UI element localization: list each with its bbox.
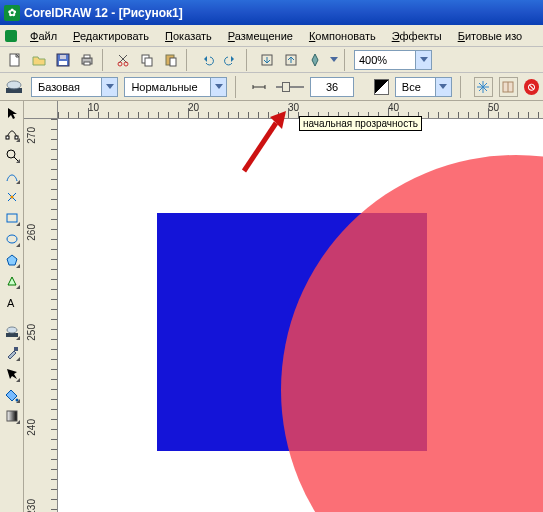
svg-rect-28 (14, 347, 18, 351)
transparency-type-button[interactable] (4, 76, 25, 98)
window-title: CorelDRAW 12 - [Рисунок1] (24, 6, 183, 20)
open-button[interactable] (28, 49, 50, 71)
menu-view[interactable]: Показать (157, 28, 220, 44)
print-button[interactable] (76, 49, 98, 71)
transparency-slider[interactable] (276, 80, 304, 94)
transparency-style1-combo[interactable]: Базовая (31, 77, 118, 97)
clear-transparency-button[interactable]: ⦸ (524, 79, 539, 95)
app-launcher-dropdown[interactable] (328, 49, 340, 71)
chevron-down-icon (420, 57, 428, 62)
svg-rect-6 (84, 55, 90, 58)
copy-button[interactable] (136, 49, 158, 71)
annotation-arrow (234, 111, 294, 181)
apply-to-value: Все (396, 81, 427, 93)
smart-draw-tool[interactable] (2, 187, 22, 207)
svg-point-17 (7, 81, 21, 89)
red-ellipse-object[interactable] (281, 155, 543, 512)
zoom-input[interactable] (355, 51, 415, 69)
stop-icon: ⦸ (528, 80, 535, 93)
new-button[interactable] (4, 49, 26, 71)
transparency-value[interactable]: 36 (310, 77, 354, 97)
chevron-down-icon (439, 84, 447, 89)
zoom-combo[interactable] (354, 50, 432, 70)
svg-rect-0 (5, 30, 17, 42)
svg-point-22 (10, 196, 13, 199)
linear-mode-button[interactable] (249, 76, 270, 98)
snowflake-icon (476, 80, 490, 94)
transparency-style2-value: Нормальные (125, 81, 203, 93)
vertical-ruler[interactable]: 270 260 250 240 230 (24, 119, 58, 512)
slider-thumb[interactable] (282, 82, 290, 92)
toolbox: A (0, 101, 24, 512)
svg-point-29 (15, 399, 18, 402)
pick-tool[interactable] (2, 103, 22, 123)
chevron-down-icon (330, 57, 338, 62)
svg-rect-26 (6, 333, 18, 337)
book-icon (501, 80, 515, 94)
svg-point-21 (7, 150, 15, 158)
copy-properties-button[interactable] (499, 77, 518, 97)
text-tool[interactable]: A (2, 292, 22, 312)
redo-button[interactable] (220, 49, 242, 71)
ruler-v-label: 240 (26, 419, 37, 436)
app-icon: ✿ (4, 5, 20, 21)
menu-edit[interactable]: Редактировать (65, 28, 157, 44)
zoom-tool[interactable] (2, 145, 22, 165)
menu-arrange[interactable]: Компоновать (301, 28, 384, 44)
fill-tool[interactable] (2, 385, 22, 405)
svg-point-27 (7, 327, 17, 333)
import-button[interactable] (256, 49, 278, 71)
fill-target-swatch[interactable] (374, 79, 389, 95)
style2-dropdown[interactable] (210, 78, 226, 96)
svg-rect-30 (7, 411, 17, 421)
ruler-origin[interactable] (24, 101, 58, 119)
outline-tool[interactable] (2, 364, 22, 384)
freehand-tool[interactable] (2, 166, 22, 186)
svg-rect-23 (7, 214, 17, 222)
interactive-fill-tool[interactable] (2, 406, 22, 426)
property-bar: Базовая Нормальные 36 Все ⦸ (0, 73, 543, 101)
ruler-area: 10 20 30 40 50 270 260 250 240 230 начал… (24, 101, 543, 512)
zoom-dropdown[interactable] (415, 51, 431, 69)
polygon-tool[interactable] (2, 250, 22, 270)
system-menu-icon[interactable] (4, 29, 22, 43)
paste-button[interactable] (160, 49, 182, 71)
svg-rect-4 (60, 55, 66, 59)
svg-rect-19 (6, 136, 9, 139)
style1-dropdown[interactable] (101, 78, 117, 96)
menu-effects[interactable]: Эффекты (384, 28, 450, 44)
apply-to-combo[interactable]: Все (395, 77, 452, 97)
drawing-canvas[interactable] (58, 119, 543, 512)
menu-layout[interactable]: Размещение (220, 28, 301, 44)
app-launcher-button[interactable] (304, 49, 326, 71)
menu-bar: Файл Редактировать Показать Размещение К… (0, 25, 543, 47)
ellipse-tool[interactable] (2, 229, 22, 249)
ruler-v-label: 250 (26, 324, 37, 341)
standard-toolbar (0, 47, 543, 73)
svg-rect-20 (15, 136, 18, 139)
export-button[interactable] (280, 49, 302, 71)
rectangle-tool[interactable] (2, 208, 22, 228)
apply-to-dropdown[interactable] (435, 78, 451, 96)
menu-bitmap[interactable]: Битовые изо (450, 28, 531, 44)
menu-file[interactable]: Файл (22, 28, 65, 44)
ruler-v-label: 270 (26, 127, 37, 144)
svg-rect-11 (145, 58, 152, 66)
interactive-blend-tool[interactable] (2, 322, 22, 342)
undo-button[interactable] (196, 49, 218, 71)
basic-shapes-tool[interactable] (2, 271, 22, 291)
chevron-down-icon (106, 84, 114, 89)
title-bar: ✿ CorelDRAW 12 - [Рисунок1] (0, 0, 543, 25)
save-button[interactable] (52, 49, 74, 71)
cut-button[interactable] (112, 49, 134, 71)
freeze-button[interactable] (474, 77, 493, 97)
svg-point-24 (7, 235, 17, 243)
tooltip: начальная прозрачность (299, 116, 422, 131)
chevron-down-icon (215, 84, 223, 89)
ruler-v-label: 230 (26, 499, 37, 512)
ruler-v-label: 260 (26, 224, 37, 241)
eyedropper-tool[interactable] (2, 343, 22, 363)
shape-tool[interactable] (2, 124, 22, 144)
transparency-style2-combo[interactable]: Нормальные (124, 77, 227, 97)
svg-rect-13 (170, 58, 176, 66)
